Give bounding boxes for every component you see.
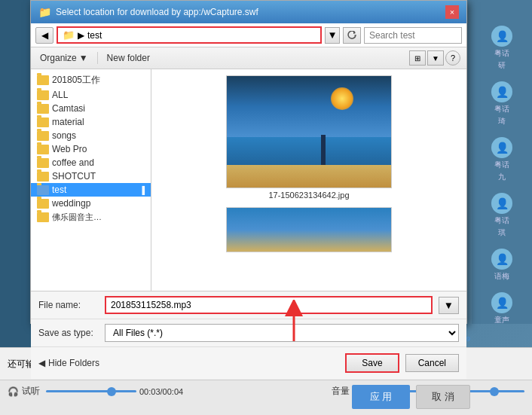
tree-item-201805[interactable]: 201805工作: [31, 72, 151, 88]
help-button[interactable]: ?: [445, 50, 460, 66]
organize-button[interactable]: Organize ▼: [37, 51, 91, 65]
path-separator: ▶: [78, 30, 84, 41]
folder-icon-addr: 📁: [63, 29, 75, 41]
folder-icon-shotcut: [37, 172, 49, 182]
filename-row: File name: ▼: [31, 291, 466, 319]
tree-item-coffee[interactable]: coffee and: [31, 156, 151, 169]
thumbnail-item-2: [157, 207, 460, 252]
audio-slider-container: 00:03/00:04: [46, 387, 326, 396]
new-folder-label: New folder: [107, 53, 150, 63]
address-bar: ◀ 📁 ▶ test ▼: [31, 23, 466, 47]
avatar-童声: 👤: [491, 292, 512, 313]
tree-label-test: test: [52, 185, 66, 195]
right-sidebar: 👤 粤话 研 👤 粤话 琦 👤 粤话 九 👤 粤话 琪 👤 语梅 👤 童声: [472, 0, 532, 324]
cancel-main-button[interactable]: 取 消: [416, 385, 470, 409]
address-dropdown-button[interactable]: ▼: [325, 27, 340, 44]
sidebar-sublabel-1: 研: [498, 60, 506, 71]
view-buttons: ⊞ ▼ ?: [409, 50, 460, 66]
current-path: test: [87, 30, 102, 41]
address-field[interactable]: 📁 ▶ test: [57, 26, 322, 44]
cancel-dialog-button[interactable]: Cancel: [405, 354, 459, 372]
speed-slider[interactable]: [464, 390, 524, 392]
sidebar-label-1: 粤话: [494, 48, 509, 59]
tree-item-all[interactable]: ALL: [31, 88, 151, 102]
sidebar-item-6[interactable]: 👤 童声: [473, 289, 530, 328]
time-current: 00:03: [139, 387, 161, 396]
filename-dropdown-button[interactable]: ▼: [439, 297, 459, 314]
tree-label-weddingp: weddingp: [52, 198, 90, 209]
tree-item-material[interactable]: material: [31, 115, 151, 129]
sidebar-item-1[interactable]: 👤 粤话 研: [473, 23, 530, 74]
hide-folders-label: Hide Folders: [48, 358, 99, 368]
sidebar-label-2: 粤话: [494, 104, 509, 114]
time-display: 00:03/00:04: [139, 387, 183, 396]
tree-item-camtasi[interactable]: Camtasi: [31, 102, 151, 115]
tree-item-songs[interactable]: songs: [31, 129, 151, 142]
sidebar-label-6: 童声: [494, 315, 509, 325]
folder-icon-201805: [37, 75, 49, 85]
sidebar-sublabel-2: 琦: [498, 116, 506, 127]
sidebar-item-3[interactable]: 👤 粤话 九: [473, 134, 530, 185]
dialog-icon: 📁: [38, 6, 51, 18]
sidebar-label-5: 语梅: [494, 271, 509, 282]
dialog-titlebar: 📁 Select location for download by app:/w…: [31, 1, 466, 23]
tree-label-webpro: Web Pro: [52, 144, 87, 154]
audio-progress-slider[interactable]: [46, 390, 136, 392]
refresh-icon: [347, 31, 356, 40]
tree-item-buddhist[interactable]: 佛乐圆音主…: [31, 210, 151, 224]
filename-input[interactable]: [105, 296, 433, 314]
hide-folders-button[interactable]: ◀ Hide Folders: [38, 358, 99, 368]
dialog-close-button[interactable]: ×: [445, 5, 459, 19]
arrow-icon: [279, 300, 309, 345]
view-icon-button[interactable]: ⊞: [409, 50, 426, 66]
filetype-label: Save as type:: [38, 328, 99, 338]
file-tree: 201805工作 ALL Camtasi material songs Web …: [31, 69, 151, 291]
back-button[interactable]: ◀: [35, 27, 54, 44]
thumb-beach: [227, 165, 391, 188]
dialog-buttons: ◀ Hide Folders Save Cancel: [31, 347, 466, 379]
search-input[interactable]: [364, 27, 462, 44]
tree-label-201805: 201805工作: [52, 74, 100, 87]
toolbar: Organize ▼ New folder ⊞ ▼ ?: [31, 47, 466, 69]
save-button[interactable]: Save: [345, 353, 399, 373]
tree-label-coffee: coffee and: [52, 157, 94, 168]
organize-arrow-icon: ▼: [79, 53, 88, 63]
tree-item-weddingp[interactable]: weddingp: [31, 197, 151, 210]
avatar-3: 👤: [491, 137, 512, 158]
tree-label-buddhist: 佛乐圆音主…: [52, 212, 102, 223]
thumb-sun: [331, 87, 353, 110]
listen-label: 试听: [22, 385, 40, 398]
folder-icon-all: [37, 90, 49, 100]
time-total: 00:04: [163, 387, 184, 396]
sidebar-item-5[interactable]: 👤 语梅: [473, 246, 530, 285]
filetype-row: Save as type: All Files (*.*): [31, 319, 466, 347]
tree-label-shotcut: SHOTCUT: [52, 171, 96, 182]
arrow-annotation: [279, 300, 309, 347]
tree-item-webpro[interactable]: Web Pro: [31, 142, 151, 156]
sidebar-item-2[interactable]: 👤 粤话 琦: [473, 78, 530, 130]
avatar-4: 👤: [491, 193, 512, 214]
scroll-indicator: ▐: [139, 186, 145, 194]
tree-label-songs: songs: [52, 130, 76, 141]
thumbnail-area: 17-150623134642.jpg: [151, 69, 466, 291]
avatar-5: 👤: [491, 249, 512, 270]
listen-button[interactable]: 🎧 试听: [8, 385, 40, 398]
thumbnail-item-1: 17-150623134642.jpg: [157, 75, 460, 200]
apply-button[interactable]: 应 用: [352, 385, 411, 409]
tree-label-material: material: [52, 117, 84, 127]
dialog-title: Select location for download by app:/wCa…: [56, 7, 445, 17]
folder-icon-material: [37, 117, 49, 127]
folder-icon-coffee: [37, 158, 49, 168]
thumb-sky: [227, 76, 391, 137]
sidebar-sublabel-3: 九: [498, 172, 506, 182]
refresh-button[interactable]: [343, 27, 361, 44]
new-folder-button[interactable]: New folder: [104, 51, 153, 65]
avatar-1: 👤: [491, 26, 512, 47]
tree-item-test[interactable]: test ▐: [31, 183, 151, 197]
tree-item-shotcut[interactable]: SHOTCUT: [31, 169, 151, 183]
sidebar-item-4[interactable]: 👤 粤话 琪: [473, 190, 530, 241]
folder-icon-camtasi: [37, 104, 49, 114]
view-dropdown-button[interactable]: ▼: [427, 50, 444, 66]
lighthouse: [321, 135, 326, 165]
file-save-dialog: 📁 Select location for download by app:/w…: [30, 0, 467, 324]
